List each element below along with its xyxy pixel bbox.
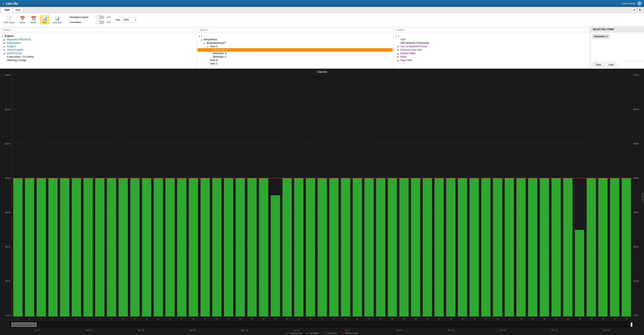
help-button[interactable]: ? bbox=[637, 1, 642, 6]
arrow-icon: ▲ bbox=[207, 46, 209, 48]
load-button[interactable]: Load bbox=[606, 62, 616, 67]
list-item[interactable]: ▲ / bbox=[197, 34, 393, 38]
list-item[interactable]: AWS bbox=[394, 38, 590, 41]
pdf-label: PDF export bbox=[4, 21, 14, 24]
legend-color bbox=[306, 333, 310, 334]
legend-color bbox=[340, 333, 344, 334]
list-item[interactable]: ▶ Budget 2 bbox=[0, 45, 196, 48]
list-item[interactable]: Team C bbox=[197, 62, 393, 66]
y-label: 20.0 h bbox=[634, 246, 644, 248]
list-item[interactable]: AWS Business Professional bbox=[394, 41, 590, 45]
month-button[interactable]: 📆 Month bbox=[29, 15, 38, 24]
projects-search-area bbox=[0, 26, 196, 34]
list-item[interactable]: ▶ Interne Projekte bbox=[0, 48, 196, 52]
list-item[interactable]: Mitarbeiter, C bbox=[197, 55, 393, 58]
list-item[interactable]: ▲ BeispilabteilungXY bbox=[197, 41, 393, 45]
arrow-icon: ▶ bbox=[4, 42, 6, 44]
year-selector-label: Year: bbox=[116, 18, 121, 21]
list-item[interactable]: ▶ Sales Skills bbox=[394, 58, 590, 62]
simulated-toggle[interactable] bbox=[96, 15, 104, 19]
clear-button[interactable]: Clear bbox=[593, 62, 604, 67]
legend-label: Cumulative bbox=[327, 332, 337, 334]
tab-bar-controls: ↺ ⬆ bbox=[632, 8, 642, 12]
cumulative-knob bbox=[96, 21, 100, 24]
legend-simulated: Simulated bbox=[306, 332, 319, 334]
next-year-label: Next year bbox=[52, 21, 62, 24]
tree-label: Mitarbeiter, A bbox=[214, 48, 227, 51]
tree-label: Sales Skills bbox=[400, 59, 412, 62]
list-item[interactable]: ▶ Externe Rollen bbox=[394, 52, 590, 55]
projects-tree: ▼ Projects ▶ Allgemeine PROJEKTE ▶ Beisp… bbox=[0, 34, 196, 68]
selected-items-panel: SELECTED ITEMS Mitarbeiter, A Clear Load bbox=[590, 26, 644, 68]
week-label: Week bbox=[20, 21, 25, 24]
cumulative-toggle[interactable] bbox=[96, 20, 104, 24]
list-item[interactable]: Mitarbeiter, B bbox=[197, 52, 393, 55]
tab-view[interactable]: View bbox=[12, 7, 23, 13]
projects-search-input[interactable] bbox=[2, 28, 195, 32]
user-name: Chen Wang bbox=[622, 2, 635, 5]
y-label: 0.0 h bbox=[634, 314, 644, 316]
tree-label: AWS Business Professional bbox=[400, 42, 429, 44]
month-labels: Jan '20Feb '20Mar '20Apr '20May '20Jun '… bbox=[0, 329, 644, 331]
mini-chart-area bbox=[0, 321, 644, 329]
list-item[interactable]: ▶ Beispieldaten bbox=[0, 41, 196, 45]
list-item[interactable]: ▶ Allgemeine PROJEKTE bbox=[0, 38, 196, 41]
pdf-icon: 📄 bbox=[6, 16, 12, 21]
employees-search-input[interactable] bbox=[198, 28, 392, 32]
legend-cumulative: Cumulative bbox=[322, 332, 337, 334]
y-label: 50.0 h bbox=[634, 143, 644, 145]
tree-label: Budget 2 bbox=[7, 45, 16, 48]
year-label: Year bbox=[42, 21, 47, 24]
list-item[interactable]: ▲ Team A bbox=[197, 45, 393, 48]
selected-employee-item[interactable]: Mitarbeiter, A bbox=[198, 48, 392, 52]
chart-inner bbox=[12, 74, 632, 316]
tree-label: Externe Rollen bbox=[400, 52, 416, 55]
list-item[interactable]: ▶ Customer Care Skills bbox=[394, 48, 590, 52]
tree-label: Can Do WebClient Rollout bbox=[400, 45, 427, 48]
tree-label: Mitarbeiter, C bbox=[213, 56, 226, 58]
y-label: 60.0 h bbox=[0, 108, 10, 110]
list-item[interactable]: A new project - CC testing bbox=[0, 55, 196, 58]
tree-label: AWS bbox=[400, 38, 406, 41]
cumulative-off-label: OFF bbox=[107, 21, 111, 24]
list-item[interactable]: ▶ PORTFOLIOS bbox=[0, 52, 196, 55]
tree-root-projects[interactable]: ▼ Projects bbox=[0, 34, 196, 38]
year-select[interactable]: 2018 2019 2020 2021 2022 bbox=[122, 18, 137, 22]
chart-legend: Planned work Simulated Cumulative Maximu… bbox=[0, 331, 644, 335]
next-year-button[interactable]: 📊 Next year bbox=[51, 15, 63, 24]
expand-button[interactable]: ⬆ bbox=[638, 8, 642, 12]
tree-label: / bbox=[398, 35, 399, 38]
arrow-icon: ▲ bbox=[198, 35, 200, 37]
week-icon: 📅 bbox=[20, 16, 25, 21]
list-item[interactable]: Abteilung1 Anträge bbox=[0, 58, 196, 62]
total-hours-label: Total hours bbox=[642, 193, 644, 202]
next-year-icon: 📊 bbox=[54, 16, 60, 21]
list-item[interactable]: Team B bbox=[197, 58, 393, 62]
selected-items-footer: Clear Load bbox=[590, 61, 644, 68]
refresh-button[interactable]: ↺ bbox=[632, 8, 637, 12]
home-icon[interactable]: ⌂ bbox=[2, 2, 4, 5]
skills-search-input[interactable] bbox=[395, 28, 588, 32]
selected-item-tag: Mitarbeiter, A bbox=[592, 34, 609, 38]
mini-chart bbox=[12, 321, 632, 328]
y-label: 60.0 h bbox=[634, 108, 644, 110]
pdf-export-button[interactable]: 📄 PDF export bbox=[2, 15, 16, 24]
list-item[interactable]: ▲ / bbox=[394, 34, 590, 38]
toolbar: 📄 PDF export 📅 Week 📆 Month 📊 Year 📊 Nex… bbox=[0, 13, 644, 26]
week-button[interactable]: 📅 Week bbox=[18, 15, 27, 24]
tab-start[interactable]: Start bbox=[2, 7, 12, 13]
legend-planned: Planned work bbox=[286, 332, 302, 334]
list-item[interactable]: ▶ Rollen bbox=[394, 55, 590, 58]
skills-tree: ▲ / AWS AWS Business Professional ▶ Can … bbox=[394, 34, 590, 68]
legend-color bbox=[286, 333, 290, 334]
selected-items-content: Mitarbeiter, A bbox=[590, 32, 644, 61]
year-button[interactable]: 📊 Year bbox=[40, 15, 50, 24]
y-label: 30.0 h bbox=[0, 212, 10, 214]
tree-label: Beispielfirma bbox=[204, 38, 217, 41]
list-item[interactable]: ▶ Can Do WebClient Rollout bbox=[394, 45, 590, 48]
tree-label: Allgemeine PROJEKTE bbox=[7, 38, 31, 41]
list-item[interactable]: ▲ Beispielfirma bbox=[197, 38, 393, 41]
month-icon: 📆 bbox=[31, 16, 36, 21]
tab-bar: Start View ↺ ⬆ bbox=[0, 7, 644, 13]
chart-area: Capacity 70.0 h 60.0 h 50.0 h 40.0 h 30.… bbox=[0, 69, 644, 335]
